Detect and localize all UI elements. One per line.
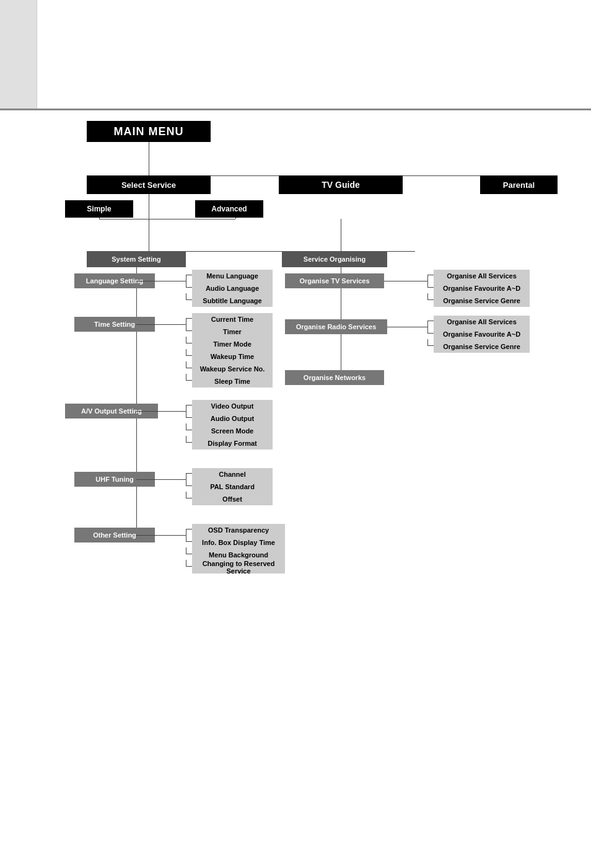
audio-language-box: Audio Language xyxy=(192,282,273,294)
sleep-time-box: Sleep Time xyxy=(192,375,273,388)
radio-organise-all-box: Organise All Services xyxy=(434,316,530,328)
tv-fav-box: Organise Favourite A~D xyxy=(434,282,530,294)
main-menu-box: MAIN MENU xyxy=(87,121,211,142)
menu-background-box: Menu Background xyxy=(192,549,285,561)
subtitle-language-box: Subtitle Language xyxy=(192,294,273,307)
screen-mode-box: Screen Mode xyxy=(192,425,273,437)
video-output-box: Video Output xyxy=(192,400,273,412)
radio-fav-box: Organise Favourite A~D xyxy=(434,328,530,340)
current-time-box: Current Time xyxy=(192,313,273,326)
select-service-box: Select Service xyxy=(87,175,211,194)
menu-language-box: Menu Language xyxy=(192,270,273,282)
wakeup-service-box: Wakeup Service No. xyxy=(192,363,273,375)
timer-box: Timer xyxy=(192,326,273,338)
diagram-area: MAIN MENU Select Service TV Guide Parent… xyxy=(37,115,591,868)
organise-networks-box: Organise Networks xyxy=(285,370,384,385)
offset-box: Offset xyxy=(192,493,273,505)
advanced-box: Advanced xyxy=(195,200,263,218)
changing-reserved-box: Changing to Reserved Service xyxy=(192,561,285,574)
organise-tv-box: Organise TV Services xyxy=(285,273,384,288)
timer-mode-box: Timer Mode xyxy=(192,338,273,350)
display-format-box: Display Format xyxy=(192,437,273,450)
service-organising-box: Service Organising xyxy=(282,251,387,267)
osd-transparency-box: OSD Transparency xyxy=(192,524,285,536)
organise-radio-box: Organise Radio Services xyxy=(285,319,387,334)
top-border xyxy=(0,108,591,110)
tv-guide-box: TV Guide xyxy=(279,175,403,194)
wakeup-time-box: Wakeup Time xyxy=(192,350,273,363)
info-box-display-box: Info. Box Display Time xyxy=(192,536,285,549)
tv-organise-all-box: Organise All Services xyxy=(434,270,530,282)
audio-output-box: Audio Output xyxy=(192,412,273,425)
radio-genre-box: Organise Service Genre xyxy=(434,340,530,353)
simple-box: Simple xyxy=(65,200,133,218)
tv-genre-box: Organise Service Genre xyxy=(434,294,530,307)
parental-box: Parental xyxy=(480,175,558,194)
pal-standard-box: PAL Standard xyxy=(192,480,273,493)
sidebar-strip xyxy=(0,0,37,108)
channel-box: Channel xyxy=(192,468,273,480)
system-setting-box: System Setting xyxy=(87,251,186,267)
